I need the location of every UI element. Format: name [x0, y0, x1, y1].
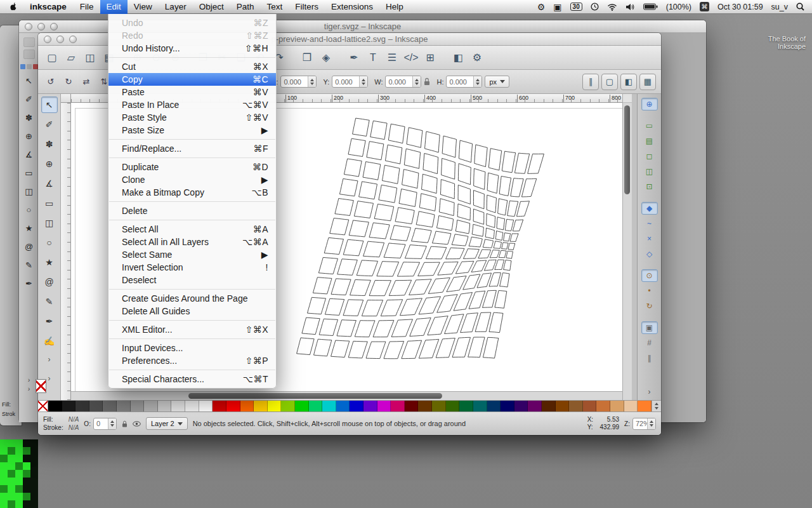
toggle-scale-stroke[interactable]: ∥ [582, 74, 599, 90]
back-tool-icon[interactable]: ✽ [22, 111, 36, 125]
palette-swatch[interactable] [405, 401, 419, 411]
palette-swatch[interactable] [473, 401, 487, 411]
menu-item-undo[interactable]: Undo ⌘Z [108, 17, 276, 29]
menu-item-paste-style[interactable]: Paste Style ⇧⌘V [108, 111, 276, 124]
snap-guides[interactable]: ∥ [641, 352, 658, 364]
user-menu[interactable]: su_v [771, 3, 788, 11]
edit-paths-button[interactable]: ✒ [345, 49, 363, 67]
layer-lock-icon[interactable] [122, 420, 128, 427]
menu-item-deselect[interactable]: Deselect [108, 274, 276, 286]
w-field[interactable]: 0.000 [385, 76, 421, 88]
calligraphy-tool[interactable]: ✍ [41, 333, 58, 349]
palette-swatch[interactable] [185, 401, 199, 411]
zoom-tool[interactable]: ⊕ [41, 156, 58, 172]
palette-swatch[interactable] [89, 401, 103, 411]
h-stepper[interactable] [473, 76, 481, 88]
palette-swatch[interactable] [501, 401, 514, 411]
palette-swatch[interactable] [171, 401, 185, 411]
tweak-tool[interactable]: ✽ [41, 136, 58, 152]
ellipse-tool[interactable]: ○ [41, 234, 58, 251]
toggle-move-patterns[interactable]: ▦ [639, 74, 656, 90]
palette-swatch[interactable] [459, 401, 473, 411]
menu-help[interactable]: Help [379, 0, 410, 14]
minimize-button[interactable] [37, 23, 45, 30]
palette-swatch[interactable] [254, 401, 268, 411]
palette-scroll-up-icon[interactable] [655, 403, 658, 405]
menu-item-select-same[interactable]: Select Same ▶ [108, 248, 276, 261]
snap-nodes[interactable]: ◆ [641, 202, 658, 215]
battery-icon[interactable] [643, 3, 658, 10]
back-mini-icon-blue[interactable] [20, 64, 25, 69]
palette-swatch[interactable] [62, 401, 76, 411]
vertical-scrollbar[interactable] [623, 103, 632, 400]
back-toolbar-icon[interactable] [23, 50, 35, 59]
layers-dialog-button[interactable]: ☰ [383, 49, 401, 67]
background-window[interactable]: Fill: Strok [0, 25, 22, 425]
palette-scroll-buttons[interactable] [652, 401, 661, 411]
measure-tool[interactable]: ∡ [41, 175, 58, 192]
palette-swatch[interactable] [281, 401, 295, 411]
spotlight-search-icon[interactable] [796, 3, 804, 11]
node-tool[interactable]: ✐ [41, 116, 58, 133]
rectangle-tool[interactable]: ▭ [41, 195, 58, 211]
menu-item-delete[interactable]: Delete [108, 204, 276, 217]
zoom-button[interactable] [69, 36, 77, 43]
palette-swatch[interactable] [199, 401, 213, 411]
battery-percentage[interactable]: (100%) [666, 3, 691, 11]
star-tool[interactable]: ★ [41, 254, 58, 271]
menu-item-undo-history[interactable]: Undo History... ⇧⌘H [108, 42, 276, 55]
volume-icon[interactable] [625, 3, 635, 11]
palette-swatch[interactable] [446, 401, 460, 411]
palette-swatch[interactable] [226, 401, 240, 411]
palette-swatch[interactable] [391, 401, 405, 411]
menu-separator[interactable] [108, 155, 276, 161]
toolbox-expander-icon[interactable]: › [48, 373, 51, 384]
menu-item-paste-in-place[interactable]: Paste In Place ⌥⌘V [108, 98, 276, 111]
pen-tool[interactable]: ✒ [41, 313, 58, 330]
save-document-button[interactable]: ◫ [81, 49, 99, 67]
selector-tool[interactable]: ↖ [41, 97, 58, 113]
snap-bbox-edges[interactable]: ▤ [641, 135, 658, 147]
back-tool-icon[interactable]: ∡ [22, 148, 36, 162]
back-tool-icon[interactable]: ★ [22, 222, 36, 236]
back-tool-icon[interactable]: ▭ [22, 166, 36, 180]
menu-file[interactable]: File [74, 0, 100, 14]
palette-swatch[interactable] [610, 401, 624, 411]
pencil-tool[interactable]: ✎ [41, 293, 58, 310]
rotate-ccw-button[interactable]: ↺ [43, 74, 58, 90]
palette-swatch[interactable] [432, 401, 446, 411]
menu-item-make-bitmap-copy[interactable]: Make a Bitmap Copy ⌥B [108, 186, 276, 199]
xml-editor-button[interactable]: </> [402, 49, 420, 67]
new-document-button[interactable]: ▢ [43, 49, 61, 67]
back-mini-icon-gray[interactable] [27, 64, 32, 69]
palette-swatch[interactable] [322, 401, 336, 411]
menu-filters[interactable]: Filters [289, 0, 325, 14]
flip-horizontal-button[interactable]: ⇄ [79, 74, 94, 90]
menu-separator[interactable] [108, 286, 276, 292]
menu-item-paste-size[interactable]: Paste Size ▶ [108, 124, 276, 137]
back-tool-icon[interactable]: ○ [22, 203, 36, 217]
back-tool-icon[interactable]: ✒ [22, 277, 36, 291]
snap-grids[interactable]: # [641, 337, 658, 349]
duplicate-button[interactable]: ❒ [298, 49, 316, 67]
spiral-tool[interactable]: @ [41, 274, 58, 290]
box3d-tool[interactable]: ◫ [41, 215, 58, 231]
layer-dropdown[interactable]: Layer 2 [146, 417, 188, 430]
back-tool-icon[interactable]: ↖ [22, 74, 36, 88]
menu-item-xml-editor[interactable]: XML Editor... ⇧⌘X [108, 323, 276, 336]
snap-rotation-centers[interactable]: ↻ [641, 300, 658, 312]
palette-swatch[interactable] [596, 401, 610, 411]
palette-swatch[interactable] [569, 401, 583, 411]
menu-item-preferences[interactable]: Preferences... ⇧⌘P [108, 354, 276, 367]
back-tool-icon[interactable]: ✎ [22, 258, 36, 272]
close-button[interactable] [25, 23, 32, 30]
menu-item-select-all-in-all-layers[interactable]: Select All in All Layers ⌥⌘A [108, 236, 276, 248]
toolbox-expander-icon[interactable]: › [48, 355, 51, 364]
palette-swatch[interactable] [213, 401, 226, 411]
palette-swatch[interactable] [638, 401, 652, 411]
palette-swatch[interactable] [131, 401, 145, 411]
no-paint-swatch[interactable] [36, 379, 46, 393]
lock-ratio-icon[interactable] [424, 77, 430, 86]
back-tool-icon[interactable]: ✐ [22, 93, 36, 107]
menu-path[interactable]: Path [230, 0, 261, 14]
